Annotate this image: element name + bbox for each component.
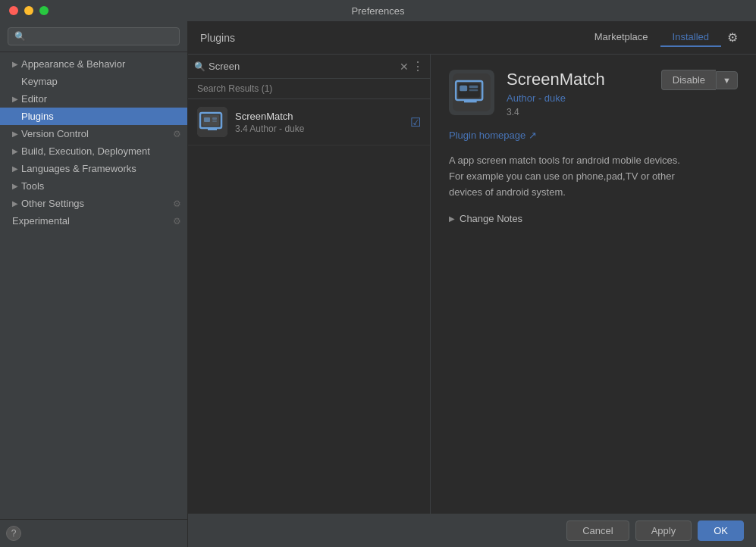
plugin-search-bar: 🔍 ✕ ⋮ xyxy=(188,55,430,79)
plugin-info: ScreenMatch 3.4 Author - duke xyxy=(235,111,403,134)
sidebar-item-label: Keymap xyxy=(21,76,181,87)
plugin-detail-author: Author - duke xyxy=(507,92,649,104)
plugins-header: Plugins Marketplace Installed ⚙ xyxy=(188,21,756,55)
gear-settings-button[interactable]: ⚙ xyxy=(721,27,744,48)
gear-icon: ⚙ xyxy=(173,198,181,209)
gear-icon: ⚙ xyxy=(173,216,181,227)
sidebar-item-label: Plugins xyxy=(21,111,181,122)
sidebar-item-label: Experimental xyxy=(12,215,173,227)
clear-search-button[interactable]: ✕ xyxy=(400,61,409,72)
plugin-author: Author - duke xyxy=(249,123,304,134)
sidebar-item-languages[interactable]: ▶ Languages & Frameworks xyxy=(0,160,187,177)
sidebar-item-label: Editor xyxy=(21,93,181,105)
help-button[interactable]: ? xyxy=(6,526,21,541)
content-area: Plugins Marketplace Installed ⚙ 🔍 ✕ ⋮ Se… xyxy=(188,21,756,547)
chevron-right-icon: ▶ xyxy=(12,95,18,103)
disable-dropdown-button[interactable]: ▼ xyxy=(716,71,738,89)
gear-icon: ⚙ xyxy=(173,129,181,139)
sidebar-item-editor[interactable]: ▶ Editor xyxy=(0,90,187,108)
svg-rect-12 xyxy=(469,86,478,88)
window-title: Preferences xyxy=(351,5,404,17)
ok-button[interactable]: OK xyxy=(698,520,744,541)
chevron-right-icon: ▶ xyxy=(12,182,18,190)
svg-rect-6 xyxy=(212,120,217,122)
plugin-enabled-checkbox[interactable]: ☑ xyxy=(410,115,421,130)
tab-installed[interactable]: Installed xyxy=(660,28,721,47)
sidebar-item-label: Version Control xyxy=(21,128,173,139)
left-panel: 🔍 ✕ ⋮ Search Results (1) xyxy=(188,55,431,514)
sidebar-item-label: Other Settings xyxy=(21,198,173,209)
plugin-homepage-link[interactable]: Plugin homepage ↗ xyxy=(449,130,738,141)
svg-rect-10 xyxy=(464,101,477,103)
plugin-item-screenmatch[interactable]: ScreenMatch 3.4 Author - duke ☑ xyxy=(188,99,430,145)
right-panel: ScreenMatch Author - duke 3.4 Disable ▼ … xyxy=(431,55,756,514)
plugins-title: Plugins xyxy=(200,32,235,44)
plugin-description: A app screen match tools for android mob… xyxy=(449,153,738,200)
chevron-right-icon: ▶ xyxy=(12,199,18,208)
svg-rect-11 xyxy=(460,86,467,92)
maximize-button[interactable] xyxy=(39,6,49,15)
plugin-search-input[interactable] xyxy=(209,61,397,72)
sidebar-item-other-settings[interactable]: ▶ Other Settings ⚙ xyxy=(0,195,187,212)
close-button[interactable] xyxy=(9,6,18,15)
disable-button[interactable]: Disable xyxy=(661,70,716,90)
minimize-button[interactable] xyxy=(24,6,33,15)
more-options-button[interactable]: ⋮ xyxy=(412,59,424,73)
plugin-detail-name: ScreenMatch xyxy=(507,70,649,89)
plugin-detail-header: ScreenMatch Author - duke 3.4 Disable ▼ xyxy=(449,70,738,117)
sidebar-item-tools[interactable]: ▶ Tools xyxy=(0,177,187,195)
plugin-name: ScreenMatch xyxy=(235,111,403,122)
apply-button[interactable]: Apply xyxy=(635,520,692,541)
chevron-right-icon: ▶ xyxy=(12,164,18,173)
plugin-meta: 3.4 Author - duke xyxy=(235,123,403,134)
window-controls xyxy=(9,6,49,15)
chevron-right-icon: ▶ xyxy=(12,130,18,138)
cancel-button[interactable]: Cancel xyxy=(566,520,629,541)
sidebar-item-version-control[interactable]: ▶ Version Control ⚙ xyxy=(0,125,187,142)
title-bar: Preferences xyxy=(0,0,756,21)
chevron-right-icon: ▶ xyxy=(12,147,18,155)
plugin-detail-version: 3.4 xyxy=(507,107,649,117)
sidebar-item-experimental[interactable]: Experimental ⚙ xyxy=(0,212,187,230)
chevron-right-icon: ▶ xyxy=(12,60,18,68)
search-icon: 🔍 xyxy=(194,61,205,72)
change-notes-label: Change Notes xyxy=(460,213,522,224)
svg-rect-13 xyxy=(469,89,478,92)
tab-marketplace[interactable]: Marketplace xyxy=(582,28,660,47)
plugin-version: 3.4 xyxy=(235,123,248,134)
plugin-detail-icon xyxy=(449,70,494,115)
sidebar-item-label: Languages & Frameworks xyxy=(21,163,181,174)
sidebar-item-build-execution[interactable]: ▶ Build, Execution, Deployment xyxy=(0,142,187,160)
split-panel: 🔍 ✕ ⋮ Search Results (1) xyxy=(188,55,756,514)
footer: Cancel Apply OK xyxy=(188,514,756,547)
sidebar-item-label: Tools xyxy=(21,180,181,192)
sidebar-item-plugins[interactable]: Plugins xyxy=(0,108,187,125)
sidebar-item-appearance[interactable]: ▶ Appearance & Behavior xyxy=(0,55,187,73)
sidebar: ▶ Appearance & Behavior Keymap ▶ Editor … xyxy=(0,21,188,547)
chevron-right-icon: ▶ xyxy=(449,214,455,223)
plugin-list: ScreenMatch 3.4 Author - duke ☑ xyxy=(188,99,430,514)
sidebar-search-input[interactable] xyxy=(8,27,180,45)
plugin-detail-info: ScreenMatch Author - duke 3.4 xyxy=(507,70,649,117)
svg-rect-3 xyxy=(208,129,217,130)
tab-bar: Marketplace Installed ⚙ xyxy=(582,27,744,48)
change-notes-section[interactable]: ▶ Change Notes xyxy=(449,213,738,224)
plugin-icon xyxy=(197,107,227,137)
search-results-label: Search Results (1) xyxy=(188,79,430,99)
sidebar-item-label: Appearance & Behavior xyxy=(21,58,181,70)
sidebar-nav: ▶ Appearance & Behavior Keymap ▶ Editor … xyxy=(0,52,187,519)
disable-btn-container: Disable ▼ xyxy=(661,70,738,90)
sidebar-item-label: Build, Execution, Deployment xyxy=(21,145,181,157)
sidebar-item-keymap[interactable]: Keymap xyxy=(0,73,187,90)
main-container: ▶ Appearance & Behavior Keymap ▶ Editor … xyxy=(0,21,756,547)
sidebar-bottom: ? xyxy=(0,519,187,547)
svg-rect-4 xyxy=(204,117,210,122)
svg-rect-5 xyxy=(212,117,217,120)
sidebar-search-container xyxy=(0,21,187,52)
